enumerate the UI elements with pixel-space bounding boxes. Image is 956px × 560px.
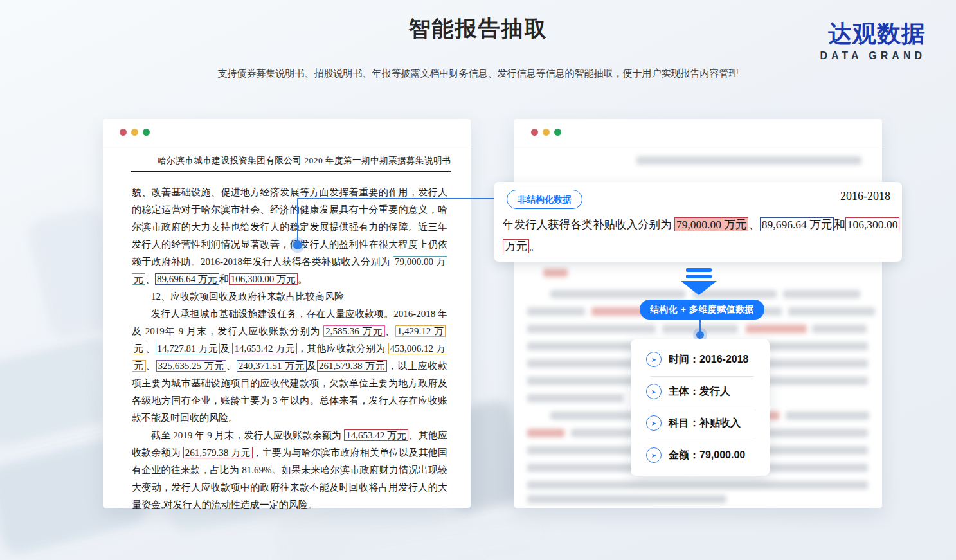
card-row-subject: ➤ 主体：发行人 <box>646 384 759 399</box>
card-row-time: ➤ 时间：2016-2018 <box>646 352 759 367</box>
window-close-icon <box>120 129 127 136</box>
highlighted-value: 万元 <box>503 239 529 253</box>
blurred-text-line <box>543 269 568 277</box>
text-run: 及 <box>220 343 232 354</box>
text-run: ，其他应收款分别为 <box>297 343 388 354</box>
divider <box>650 376 754 377</box>
window-minimize-icon <box>543 129 550 136</box>
window-maximize-icon <box>143 129 150 136</box>
arrow-circle-icon: ➤ <box>646 415 662 431</box>
structured-data-badge: 结构化 + 多维度赋值数据 <box>640 300 764 320</box>
arrow-circle-icon: ➤ <box>646 352 662 367</box>
card-row-account: ➤ 科目：补贴收入 <box>646 415 759 431</box>
structured-data-card: ➤ 时间：2016-2018 ➤ 主体：发行人 ➤ 科目：补贴收入 ➤ 金额：7… <box>631 339 770 476</box>
text-run: 。 <box>298 274 307 284</box>
unstructured-data-badge: 非结构化数据 <box>507 190 582 209</box>
card-row-amount: ➤ 金额：79,000.00 <box>646 447 759 463</box>
anchor-dot-icon <box>293 240 302 249</box>
paragraph: 貌、改善基础设施、促进地方经济发展等方面发挥着重要的作用，发行人的稳定运营对于哈… <box>132 184 447 288</box>
section-heading: 12、应收款项回收及政府往来款占比较高风险 <box>132 288 447 305</box>
extracted-sentence-line1: 年发行人获得各类补贴收入分别为 79,000.00 万元、89,696.64 万… <box>503 213 899 235</box>
arrow-circle-icon: ➤ <box>646 447 662 463</box>
text-run: 、 <box>146 361 156 371</box>
card-row-text: 主体：发行人 <box>669 385 730 399</box>
highlighted-value: 240,371.51 万元 <box>237 360 307 372</box>
page-title: 智能报告抽取 <box>0 14 956 44</box>
document-body: 貌、改善基础设施、促进地方经济发展等方面发挥着重要的作用，发行人的稳定运营对于哈… <box>132 184 447 514</box>
blurred-text-line <box>527 394 624 402</box>
window-maximize-icon <box>554 129 561 136</box>
text-run: 。 <box>529 240 541 253</box>
highlighted-value: 106,300.00 万元 <box>229 273 298 285</box>
blurred-text-line <box>527 495 726 503</box>
badge-connector-line <box>699 320 701 332</box>
anchor-dot-icon <box>696 331 704 339</box>
paragraph: 截至 2019 年 9 月末，发行人应收账款余额为 14,653.42 万元、其… <box>132 427 447 514</box>
text-run: 、 <box>385 326 395 336</box>
arrow-circle-icon: ➤ <box>646 384 662 399</box>
highlighted-value: 79,000.00 万元 <box>674 217 748 231</box>
text-run: 和 <box>219 274 229 284</box>
page-subtitle: 支持债券募集说明书、招股说明书、年报等披露文档中财务信息、发行信息等信息的智能抽… <box>0 68 956 80</box>
text-run: 年发行人获得各类补贴收入分别为 <box>503 218 674 231</box>
card-row-text: 科目：补贴收入 <box>669 417 741 430</box>
highlighted-value: 14,653.42 万元 <box>232 343 297 354</box>
window-minimize-icon <box>131 129 138 136</box>
paragraph: 发行人承担城市基础设施建设任务，存在大量应收款项。2016-2018 年及 20… <box>132 305 447 427</box>
highlighted-value: 14,727.81 万元 <box>156 343 221 354</box>
window-titlebar <box>103 119 471 145</box>
source-document-window: 哈尔滨市城市建设投资集团有限公司 2020 年度第一期中期票据募集说明书 貌、改… <box>103 119 471 508</box>
connector-line-vertical <box>297 199 298 245</box>
extracted-sentence-line2: 万元。 <box>503 235 899 257</box>
document-header: 哈尔滨市城市建设投资集团有限公司 2020 年度第一期中期票据募集说明书 <box>131 155 451 172</box>
blurred-text-line <box>636 156 861 165</box>
text-run: 、 <box>226 361 237 371</box>
document-content: 哈尔滨市城市建设投资集团有限公司 2020 年度第一期中期票据募集说明书 貌、改… <box>131 155 451 514</box>
text-run: 截至 2019 年 9 月末，发行人应收账款余额为 <box>151 430 344 440</box>
transform-arrow-icon <box>681 268 717 295</box>
highlighted-value: 14,653.42 万元 <box>344 429 408 441</box>
highlighted-value: 325,635.25 万元 <box>156 360 226 372</box>
text-run: 、 <box>145 343 155 354</box>
text-run: 和 <box>834 218 845 231</box>
blurred-text-line <box>527 481 868 489</box>
highlighted-value: 261,579.38 万元 <box>317 360 387 372</box>
window-close-icon <box>531 129 538 136</box>
card-row-text: 金额：79,000.00 <box>669 449 745 462</box>
connector-line-horizontal <box>297 198 507 199</box>
year-range-label: 2016-2018 <box>840 190 890 203</box>
text-run: 及 <box>307 361 317 371</box>
text-run: 、 <box>748 218 760 231</box>
highlighted-value: 261,579.38 万元 <box>183 447 253 458</box>
highlighted-value: 2,585.36 万元 <box>323 325 384 337</box>
highlighted-value: 106,300.00 <box>845 217 900 231</box>
logo-en-text: DATA GRAND <box>820 50 926 62</box>
datagrand-logo: 达观数据 DATA GRAND <box>820 21 926 62</box>
window-titlebar <box>514 119 882 145</box>
highlighted-value: 89,696.64 万元 <box>155 273 219 285</box>
unstructured-data-callout: 非结构化数据 2016-2018 年发行人获得各类补贴收入分别为 79,000.… <box>494 182 902 262</box>
card-row-text: 时间：2016-2018 <box>669 353 749 366</box>
text-run: 、 <box>145 274 155 284</box>
highlighted-value: 89,696.64 万元 <box>760 217 834 231</box>
logo-cn-text: 达观数据 <box>820 21 926 48</box>
divider <box>650 440 754 440</box>
divider <box>650 408 754 408</box>
extracted-sentence: 年发行人获得各类补贴收入分别为 79,000.00 万元、89,696.64 万… <box>503 213 899 257</box>
